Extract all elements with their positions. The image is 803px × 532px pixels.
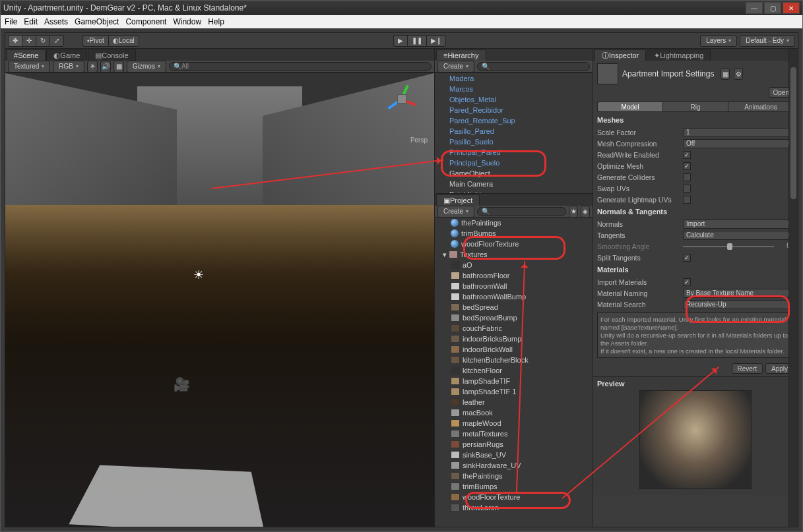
layout-dropdown[interactable]: Default - Edy <box>740 35 795 47</box>
tangents-dropdown[interactable]: Calculate <box>683 231 794 240</box>
rw-enabled-checkbox[interactable]: ✓ <box>683 151 691 159</box>
filter-type-icon[interactable]: ◈ <box>581 206 590 218</box>
generate-colliders-checkbox[interactable] <box>683 173 691 181</box>
scene-view[interactable]: ☀ 🎥 Persp <box>5 73 434 527</box>
hand-tool-icon[interactable]: ✥ <box>8 35 22 47</box>
hierarchy-item[interactable]: Marcos <box>435 84 593 94</box>
layers-dropdown[interactable]: Layers <box>700 35 737 47</box>
tab-project[interactable]: ▣ Project <box>436 194 480 206</box>
menu-window[interactable]: Window <box>173 17 201 26</box>
maximize-button[interactable]: ▢ <box>764 2 781 14</box>
project-texture[interactable]: aO <box>435 260 593 270</box>
book-icon[interactable]: ▦ <box>721 68 730 80</box>
menu-help[interactable]: Help <box>208 17 224 26</box>
local-toggle[interactable]: ◐Local <box>108 35 139 47</box>
project-search[interactable]: 🔍 <box>477 207 566 216</box>
persp-label[interactable]: Persp <box>410 136 428 144</box>
hierarchy-item[interactable]: Madera <box>435 73 593 84</box>
project-material[interactable]: trimBumps <box>435 228 593 239</box>
hierarchy-item[interactable]: Pasillo_Pared <box>435 126 593 136</box>
pivot-toggle[interactable]: ▪Pivot <box>82 35 108 47</box>
menu-edit[interactable]: Edit <box>24 17 38 26</box>
scene-light-icon[interactable]: ☀ <box>87 61 98 73</box>
camera-gizmo-icon[interactable]: 🎥 <box>174 376 190 392</box>
mesh-compression-dropdown[interactable]: Off <box>683 139 794 148</box>
hierarchy-item[interactable]: Point light <box>435 189 593 193</box>
import-materials-checkbox[interactable]: ✓ <box>683 278 691 286</box>
scene-audio-icon[interactable]: 🔊 <box>100 61 111 73</box>
project-texture[interactable]: bathroomFloor <box>435 270 593 281</box>
project-texture[interactable]: bathroomWallBump <box>435 291 593 302</box>
project-texture[interactable]: leather <box>435 397 593 407</box>
menu-assets[interactable]: Assets <box>44 17 68 26</box>
project-texture[interactable]: bedSpread <box>435 302 593 312</box>
render-mode-dropdown[interactable]: RGB <box>53 61 84 73</box>
hierarchy-item[interactable]: Objetos_Metal <box>435 94 593 105</box>
scale-tool-icon[interactable]: ⤢ <box>49 35 64 47</box>
project-texture[interactable]: kitchenButcherBlock <box>435 355 593 365</box>
swap-uvs-checkbox[interactable] <box>683 185 691 192</box>
inspector-scrollbar[interactable] <box>790 67 796 199</box>
tab-hierarchy[interactable]: ≡ Hierarchy <box>436 49 486 61</box>
project-texture[interactable]: metalTextures <box>435 429 593 439</box>
generate-lightmap-checkbox[interactable] <box>683 196 691 204</box>
project-create[interactable]: Create <box>437 206 474 218</box>
project-texture[interactable]: bedSpreadBump <box>435 312 593 323</box>
pause-button[interactable]: ❚❚ <box>407 35 426 47</box>
minimize-button[interactable]: — <box>746 2 763 14</box>
tab-console[interactable]: ▤ Console <box>88 49 135 61</box>
smoothing-angle-slider[interactable]: 60 <box>683 242 794 251</box>
hierarchy-item[interactable]: GameObject <box>435 168 593 179</box>
pill-animations[interactable]: Animations <box>728 102 794 112</box>
split-tangents-checkbox[interactable]: ✓ <box>683 254 691 262</box>
pill-model[interactable]: Model <box>597 102 662 112</box>
hierarchy-item[interactable]: Principal_Suelo <box>435 158 593 168</box>
project-texture[interactable]: mapleWood <box>435 418 593 429</box>
hierarchy-item[interactable]: Pared_Recibidor <box>435 105 593 115</box>
menu-file[interactable]: File <box>5 17 17 26</box>
hierarchy-item[interactable]: Principal_Pared <box>435 147 593 158</box>
normals-dropdown[interactable]: Import <box>683 220 794 229</box>
project-texture[interactable]: sinkHardware_UV <box>435 460 593 471</box>
project-texture[interactable]: bathroomWall <box>435 281 593 291</box>
optimize-mesh-checkbox[interactable]: ✓ <box>683 162 691 170</box>
menu-component[interactable]: Component <box>125 17 166 26</box>
project-texture[interactable]: kitchenFloor <box>435 365 593 376</box>
project-texture[interactable]: indoorBricksBump <box>435 334 593 344</box>
tab-scene[interactable]: # Scene <box>7 49 46 61</box>
material-naming-dropdown[interactable]: By Base Texture Name <box>683 289 794 298</box>
play-button[interactable]: ▶ <box>393 35 407 47</box>
revert-button[interactable]: Revert <box>732 363 763 374</box>
project-texture[interactable]: thePaintings <box>435 471 593 481</box>
tab-lightmapping[interactable]: ✦ Lightmapping <box>647 49 711 61</box>
project-material[interactable]: thePaintings <box>435 218 593 228</box>
filter-icon[interactable]: ★ <box>569 206 578 218</box>
titlebar[interactable]: Unity - Apartment.unity - DemGear v2 - P… <box>1 1 802 15</box>
scene-search[interactable]: 🔍All <box>169 62 432 71</box>
pill-rig[interactable]: Rig <box>662 102 728 112</box>
project-texture[interactable]: couchFabric <box>435 323 593 334</box>
menu-gameobject[interactable]: GameObject <box>75 17 119 26</box>
project-texture[interactable]: throwLaron <box>435 502 593 513</box>
step-button[interactable]: ▶❙ <box>426 35 446 47</box>
hierarchy-search[interactable]: 🔍 <box>477 62 590 71</box>
hierarchy-item[interactable]: Pasillo_Suelo <box>435 136 593 147</box>
hierarchy-item[interactable]: Pared_Remate_Sup <box>435 115 593 126</box>
light-gizmo-icon[interactable]: ☀ <box>193 268 204 282</box>
project-texture[interactable]: lampShadeTIF <box>435 376 593 386</box>
project-folder[interactable]: ▾ Textures <box>435 249 593 260</box>
gizmos-dropdown[interactable]: Gizmos <box>127 61 166 73</box>
rotate-tool-icon[interactable]: ↻ <box>36 35 49 47</box>
project-texture[interactable]: trimBumps <box>435 481 593 492</box>
draw-mode-dropdown[interactable]: Textured <box>8 61 50 73</box>
scene-fx-icon[interactable]: ▦ <box>113 61 124 73</box>
tab-game[interactable]: ◐ Game <box>46 49 87 61</box>
preview-thumbnail[interactable] <box>639 390 752 489</box>
tab-inspector[interactable]: ⓘ Inspector <box>594 49 646 61</box>
project-texture[interactable]: lampShadeTIF 1 <box>435 386 593 397</box>
material-search-dropdown[interactable]: Recursive-Up <box>683 300 794 309</box>
orientation-gizmo[interactable] <box>383 80 422 119</box>
move-tool-icon[interactable]: ✛ <box>22 35 36 47</box>
close-button[interactable]: ✕ <box>783 2 800 14</box>
scale-factor-input[interactable]: 1 <box>683 128 794 137</box>
